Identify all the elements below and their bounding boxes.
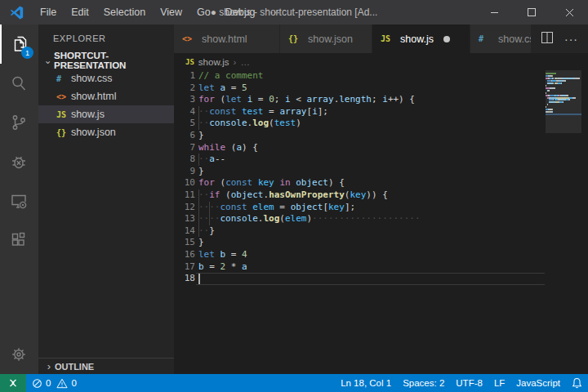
- code-line-5[interactable]: 5··console.log(test): [174, 118, 588, 130]
- line-number[interactable]: 2: [174, 82, 195, 95]
- code-line-9[interactable]: 9}: [174, 166, 588, 178]
- code-line-16[interactable]: 16let b = 4: [174, 249, 588, 261]
- breadcrumb[interactable]: JS show.js › …: [174, 53, 588, 70]
- code-line-18[interactable]: 18: [174, 273, 588, 285]
- code-editor[interactable]: 1// a comment2let a = 53for (let i = 0; …: [174, 70, 588, 374]
- split-editor-icon[interactable]: [541, 32, 553, 47]
- status-language-mode[interactable]: JavaScript: [510, 374, 566, 392]
- line-number[interactable]: 15: [174, 237, 195, 249]
- line-content: for (const key in object) {: [198, 177, 345, 189]
- close-button[interactable]: [550, 0, 588, 24]
- line-number[interactable]: 1: [174, 70, 195, 82]
- token: test: [274, 118, 296, 128]
- manage-gear-icon[interactable]: [0, 335, 38, 374]
- tab-show.css[interactable]: #show.css: [470, 24, 532, 53]
- line-number[interactable]: 13: [174, 213, 195, 225]
- modified-dot-icon[interactable]: [443, 36, 450, 42]
- search-icon[interactable]: [0, 64, 38, 103]
- menu-view[interactable]: View: [153, 0, 189, 24]
- folder-header[interactable]: ⌄ SHORTCUT-PRESENTATION: [38, 51, 174, 69]
- menu-go[interactable]: Go: [189, 0, 218, 24]
- more-actions-icon[interactable]: ···: [564, 33, 578, 46]
- line-number[interactable]: 11: [174, 189, 195, 202]
- code-line-17[interactable]: 17b = 2 * a: [174, 261, 588, 274]
- error-circle-slash-icon: [32, 378, 42, 389]
- tab-bar: <>show.html{}show.jsonJSshow.js#show.css…: [174, 24, 588, 53]
- code-line-7[interactable]: 7while (a) {: [174, 142, 588, 154]
- source-control-icon[interactable]: [0, 103, 38, 142]
- code-line-6[interactable]: 6}: [174, 130, 588, 142]
- line-number[interactable]: 12: [174, 202, 195, 214]
- file-item-show.css[interactable]: #show.css: [38, 69, 174, 87]
- token: ];: [318, 106, 328, 117]
- token: object: [296, 177, 328, 188]
- code-line-14[interactable]: 14··}: [174, 225, 588, 238]
- line-number[interactable]: 16: [174, 249, 195, 261]
- code-line-13[interactable]: 13····console.log(elem)·················…: [174, 213, 588, 225]
- leading-whitespace: ··: [198, 225, 209, 236]
- status-eol[interactable]: LF: [488, 374, 510, 392]
- extensions-icon[interactable]: [0, 220, 38, 260]
- token: =: [252, 94, 269, 105]
- status-encoding[interactable]: UTF-8: [450, 374, 488, 392]
- tab-show.json[interactable]: {}show.json: [280, 24, 372, 53]
- code-line-10[interactable]: 10for (const key in object) {: [174, 177, 588, 189]
- status-indentation[interactable]: Spaces: 2: [397, 374, 450, 392]
- line-number[interactable]: 4: [174, 106, 195, 118]
- tab-show.html[interactable]: <>show.html: [174, 24, 280, 53]
- maximize-button[interactable]: [513, 0, 550, 24]
- code-line-8[interactable]: 8··a--: [174, 154, 588, 166]
- breadcrumb-separator-icon: ›: [234, 57, 237, 67]
- problems-status[interactable]: 0 0: [26, 374, 82, 392]
- menu-debug[interactable]: Debug: [218, 0, 263, 24]
- vscode-logo-icon[interactable]: [0, 6, 33, 20]
- outline-section-header[interactable]: › OUTLINE: [38, 358, 174, 374]
- remote-explorer-icon[interactable]: [0, 181, 38, 220]
- editor-group: <>show.html{}show.jsonJSshow.js#show.css…: [174, 24, 588, 374]
- line-number[interactable]: 6: [174, 130, 195, 142]
- line-number[interactable]: 8: [174, 154, 195, 166]
- token: object: [231, 189, 264, 200]
- line-number[interactable]: 18: [174, 273, 195, 285]
- code-line-11[interactable]: 11··if (object.hasOwnProperty(key)) {: [174, 189, 588, 202]
- tab-show.js[interactable]: JSshow.js: [372, 24, 470, 53]
- code-line-12[interactable]: 12····const elem = object[key];: [174, 202, 588, 214]
- minimize-button[interactable]: [475, 0, 513, 24]
- token: [215, 82, 220, 93]
- file-item-show.js[interactable]: JSshow.js: [38, 105, 174, 123]
- line-number[interactable]: 3: [174, 94, 195, 106]
- code-line-3[interactable]: 3for (let i = 0; i < array.length; i++) …: [174, 94, 588, 106]
- status-cursor-position[interactable]: Ln 18, Col 1: [335, 374, 397, 392]
- token: while: [198, 142, 225, 153]
- line-content: for (let i = 0; i < array.length; i++) {: [198, 94, 415, 106]
- notifications-bell-icon[interactable]: [566, 374, 588, 392]
- code-line-15[interactable]: 15}: [174, 237, 588, 249]
- explorer-icon[interactable]: 1: [0, 24, 38, 64]
- file-item-show.json[interactable]: {}show.json: [38, 123, 174, 141]
- js-file-icon: JS: [185, 58, 194, 66]
- menu-file[interactable]: File: [33, 0, 64, 24]
- line-number[interactable]: 5: [174, 118, 195, 130]
- debug-bug-icon[interactable]: [0, 142, 38, 181]
- line-content: while (a) {: [198, 142, 258, 154]
- line-number[interactable]: 10: [174, 177, 195, 189]
- line-number[interactable]: 14: [174, 225, 195, 238]
- line-number[interactable]: 7: [174, 142, 195, 154]
- line-content: ··console.log(test): [198, 118, 301, 130]
- code-line-1[interactable]: 1// a comment: [174, 70, 588, 82]
- breadcrumb-file[interactable]: show.js: [198, 57, 229, 67]
- remote-indicator[interactable]: [0, 374, 26, 392]
- menu-edit[interactable]: Edit: [64, 0, 96, 24]
- file-item-show.html[interactable]: <>show.html: [38, 87, 174, 105]
- token: 0: [269, 94, 274, 105]
- file-type-icon: {}: [56, 128, 71, 137]
- line-number[interactable]: 9: [174, 166, 195, 178]
- code-line-2[interactable]: 2let a = 5: [174, 82, 588, 95]
- activity-bar-spacer: [0, 260, 38, 335]
- line-number[interactable]: 17: [174, 261, 195, 274]
- code-line-4[interactable]: 4··const test = array[i];: [174, 106, 588, 118]
- menu-···[interactable]: ···: [263, 0, 288, 24]
- breadcrumb-more[interactable]: …: [240, 57, 250, 67]
- token: elem: [285, 213, 307, 224]
- menu-selection[interactable]: Selection: [96, 0, 153, 24]
